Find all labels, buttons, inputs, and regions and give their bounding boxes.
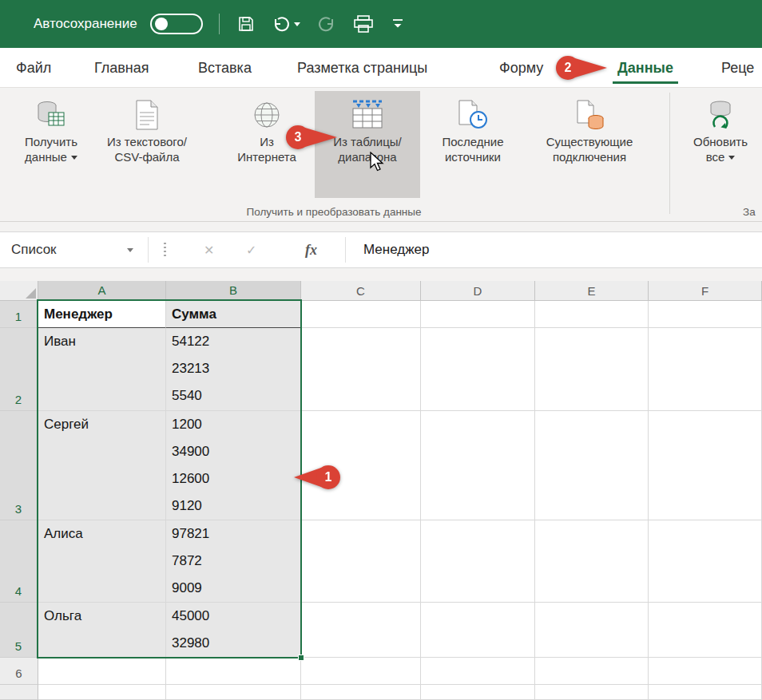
cell-b4[interactable]: 97821 7872 9009: [166, 520, 301, 603]
save-icon: [237, 15, 255, 33]
redo-button: [318, 15, 335, 33]
undo-button[interactable]: [272, 15, 300, 33]
recent-sources-button[interactable]: Последние источники: [427, 91, 519, 198]
tab-data[interactable]: Данные: [617, 48, 673, 88]
cell-c2[interactable]: [301, 328, 421, 411]
cell-f7[interactable]: [649, 685, 762, 700]
cell-c7[interactable]: [301, 685, 421, 700]
cell-f6[interactable]: [649, 658, 762, 685]
fill-handle[interactable]: [298, 655, 304, 661]
cell-d6[interactable]: [421, 658, 535, 685]
cell-c1[interactable]: [301, 301, 421, 328]
name-box-dropdown-icon[interactable]: [127, 248, 133, 252]
spreadsheet-grid: A B C D E F 1 Менеджер Сумма 2 Иван 5412…: [0, 281, 762, 700]
cell-e3[interactable]: [535, 411, 649, 520]
row-header-5[interactable]: 5: [0, 603, 38, 658]
row-header-2[interactable]: 2: [0, 328, 38, 411]
customize-toolbar-button[interactable]: [391, 18, 404, 30]
spacer-band: [0, 268, 762, 281]
column-header-b[interactable]: B: [166, 281, 301, 301]
cell-d7[interactable]: [421, 685, 535, 700]
cell-f5[interactable]: [649, 603, 762, 658]
row-header-4[interactable]: 4: [0, 520, 38, 603]
cell-a2[interactable]: Иван: [38, 328, 166, 411]
cell-a5[interactable]: Ольга: [38, 603, 166, 658]
cell-d2[interactable]: [421, 328, 535, 411]
cell-b5[interactable]: 45000 32980: [166, 603, 301, 658]
undo-dropdown-caret-icon[interactable]: [294, 22, 300, 26]
cell-d5[interactable]: [421, 603, 535, 658]
cell-a3[interactable]: Сергей: [38, 411, 166, 520]
cell-a7[interactable]: [38, 685, 166, 700]
ribbon-group-label: Получить и преобразовать данные: [0, 206, 668, 218]
cell-f3[interactable]: [649, 411, 762, 520]
cell-f2[interactable]: [649, 328, 762, 411]
autosave-label: Автосохранение: [34, 16, 137, 32]
cell-e1[interactable]: [535, 301, 649, 328]
column-header-f[interactable]: F: [649, 281, 762, 301]
name-box[interactable]: Список: [0, 232, 148, 267]
cell-b7[interactable]: [166, 685, 301, 700]
tab-file[interactable]: Файл: [16, 48, 51, 88]
cell-a4[interactable]: Алиса: [38, 520, 166, 603]
select-all-triangle-icon: [26, 288, 36, 299]
print-preview-button[interactable]: [353, 14, 374, 34]
tab-home[interactable]: Главная: [94, 48, 149, 88]
row-header-3[interactable]: 3: [0, 411, 38, 520]
refresh-all-button[interactable]: Обновить все: [682, 91, 759, 198]
cell-d1[interactable]: [421, 301, 535, 328]
cell-e7[interactable]: [535, 685, 649, 700]
ribbon-tab-row: Файл Главная Вставка Разметка страницы Ф…: [0, 48, 762, 88]
formula-bar-value[interactable]: Менеджер: [363, 232, 429, 267]
tab-formulas[interactable]: Форму: [499, 48, 543, 88]
cell-b1[interactable]: Сумма: [166, 301, 301, 328]
cell-e5[interactable]: [535, 603, 649, 658]
cell-e2[interactable]: [535, 328, 649, 411]
cell-c6[interactable]: [301, 658, 421, 685]
cell-e6[interactable]: [535, 658, 649, 685]
table-range-icon: [350, 96, 385, 134]
enter-button[interactable]: ✓: [246, 232, 256, 267]
cell-e4[interactable]: [535, 520, 649, 603]
autosave-toggle[interactable]: [150, 14, 203, 34]
tab-insert[interactable]: Вставка: [198, 48, 252, 88]
cell-c5[interactable]: [301, 603, 421, 658]
row-header-6[interactable]: 6: [0, 658, 38, 685]
insert-function-button[interactable]: fx: [305, 232, 317, 267]
existing-connections-button[interactable]: Существующие подключения: [526, 91, 653, 198]
column-header-c[interactable]: C: [301, 281, 421, 301]
titlebar-separator: [219, 14, 220, 34]
existing-connections-icon: [574, 96, 605, 134]
tab-review[interactable]: Реце: [721, 48, 754, 88]
name-box-splitter[interactable]: [164, 243, 166, 259]
column-header-e[interactable]: E: [535, 281, 649, 301]
callout-step-2: 2: [556, 56, 607, 80]
row-header-1[interactable]: 1: [0, 301, 38, 328]
get-data-button[interactable]: Получить данные: [6, 91, 96, 198]
cell-c4[interactable]: [301, 520, 421, 603]
callout-step-1: 1: [294, 465, 340, 489]
cell-d3[interactable]: [421, 411, 535, 520]
cell-b2[interactable]: 54122 23213 5540: [166, 328, 301, 411]
refresh-all-icon: [704, 96, 736, 134]
column-header-d[interactable]: D: [421, 281, 535, 301]
cell-f1[interactable]: [649, 301, 762, 328]
from-text-csv-button[interactable]: Из текстового/ CSV-файла: [99, 91, 195, 198]
cell-b3[interactable]: 1200 34900 12600 9120: [166, 411, 301, 520]
cell-f4[interactable]: [649, 520, 762, 603]
cell-a1[interactable]: Менеджер: [38, 301, 166, 328]
formula-bar: Список ✕ ✓ fx Менеджер: [0, 231, 762, 268]
callout-1-number: 1: [316, 465, 340, 489]
cell-a6[interactable]: [38, 658, 166, 685]
select-all-button[interactable]: [0, 281, 38, 301]
redo-icon: [318, 15, 335, 33]
save-button[interactable]: [237, 15, 255, 33]
cancel-button[interactable]: ✕: [204, 232, 214, 267]
column-header-a[interactable]: A: [38, 281, 166, 301]
cell-b6[interactable]: [166, 658, 301, 685]
callout-2-number: 2: [556, 56, 580, 80]
cell-d4[interactable]: [421, 520, 535, 603]
ribbon-group-divider: [669, 93, 670, 214]
row-header-7[interactable]: [0, 685, 38, 700]
tab-layout[interactable]: Разметка страницы: [297, 48, 427, 88]
